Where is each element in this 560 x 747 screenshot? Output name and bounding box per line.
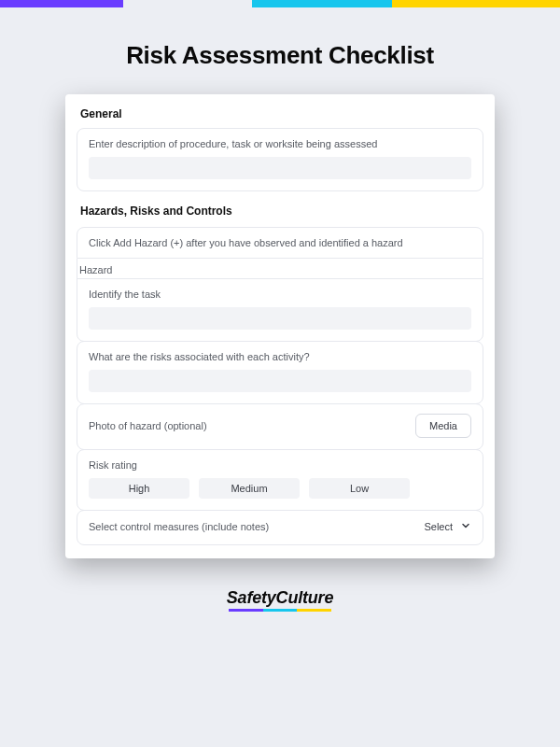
risks-block: What are the risks associated with each … [77,341,483,404]
select-label: Select [424,521,453,532]
risks-input[interactable] [89,370,471,392]
hazard-subheading: Hazard [77,259,483,279]
description-block: Enter description of procedure, task or … [77,128,483,191]
photo-label: Photo of hazard (optional) [89,420,207,431]
identify-task-input[interactable] [89,307,471,330]
risks-label: What are the risks associated with each … [89,351,471,362]
rating-low-button[interactable]: Low [309,478,410,499]
brand-logo-text: SafetyCulture [227,588,333,608]
identify-task-block: Identify the task [77,278,483,342]
media-button[interactable]: Media [415,414,471,438]
section-hazards-heading: Hazards, Risks and Controls [80,204,480,218]
brand-top-stripe [0,0,560,7]
control-measures-block: Select control measures (include notes) … [77,510,483,545]
checklist-card: General Enter description of procedure, … [65,94,495,558]
rating-high-button[interactable]: High [89,478,189,499]
hazards-instruction: Click Add Hazard (+) after you have obse… [77,227,483,259]
identify-task-label: Identify the task [89,289,471,300]
description-input[interactable] [89,157,471,179]
risk-rating-block: Risk rating High Medium Low [77,449,483,511]
photo-block: Photo of hazard (optional) Media [77,403,483,450]
brand-logo-underline [229,609,331,612]
control-measures-select[interactable]: Select [424,520,471,533]
section-general-heading: General [80,107,480,120]
brand-logo: SafetyCulture [0,588,560,612]
page-title: Risk Assessment Checklist [0,41,560,70]
risk-rating-label: Risk rating [89,459,471,471]
rating-medium-button[interactable]: Medium [199,478,300,499]
description-label: Enter description of procedure, task or … [89,138,471,149]
control-measures-label: Select control measures (include notes) [89,521,269,532]
chevron-down-icon [460,520,471,533]
